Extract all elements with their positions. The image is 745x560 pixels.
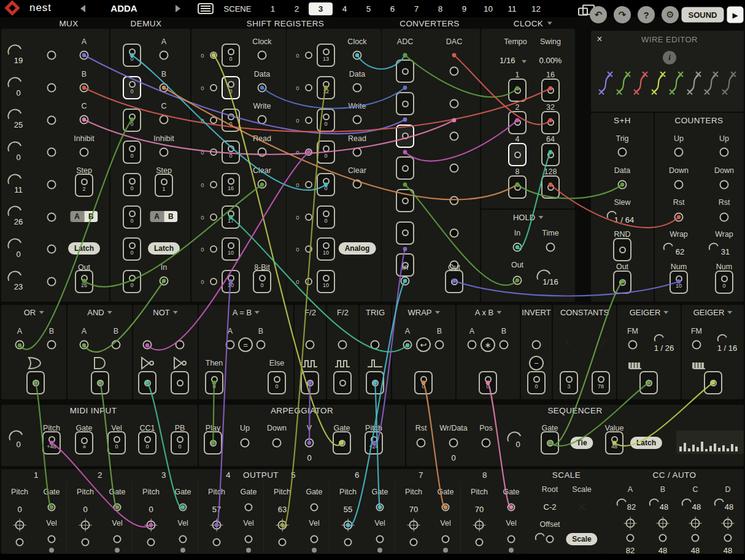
clock-section-title[interactable]: CLOCK (514, 19, 552, 28)
register-out-port[interactable]: 16 (222, 173, 240, 196)
arp-v-port[interactable] (305, 439, 314, 448)
register-out-port[interactable]: 10 (222, 270, 240, 293)
sh-trig-port[interactable] (618, 148, 627, 157)
vel-port[interactable] (508, 535, 515, 543)
arp-down-port[interactable] (272, 439, 282, 448)
register-in-port[interactable] (210, 213, 217, 221)
pitch-cv-port[interactable] (278, 521, 287, 530)
counter1-wrap-slider[interactable] (662, 241, 673, 250)
aeqb-a-port[interactable] (226, 340, 235, 350)
register-in-port[interactable] (210, 117, 217, 124)
counter1-rst-port[interactable] (674, 213, 684, 222)
wire-swatch-icon[interactable] (704, 70, 719, 99)
arp-play-port[interactable] (204, 431, 222, 455)
trig-in-port[interactable] (371, 340, 380, 350)
dac-bit-port[interactable] (450, 196, 459, 205)
counter2-rst-port[interactable] (720, 213, 729, 222)
wire-swatch-icon[interactable] (669, 70, 684, 99)
pitch-out-port[interactable] (16, 539, 24, 547)
cc-out-port[interactable] (692, 534, 700, 542)
preset-next-button[interactable] (176, 5, 180, 12)
axb-out-port[interactable]: 0 (479, 371, 497, 394)
division-port[interactable] (508, 175, 527, 199)
offset-slider[interactable] (533, 531, 545, 540)
not2-in-port[interactable] (176, 340, 185, 350)
shift1-data-port[interactable] (258, 83, 267, 93)
cc-slider[interactable] (712, 497, 724, 506)
adc-bit-port[interactable] (396, 221, 414, 245)
wrap-b-port[interactable] (435, 340, 444, 350)
scene-copy-icon[interactable] (578, 8, 588, 16)
vel-port[interactable] (376, 535, 384, 543)
pitch-out-port[interactable] (279, 539, 287, 547)
scene-tab[interactable]: 3 (309, 2, 333, 15)
arp-gate-port[interactable] (333, 431, 351, 455)
mux-input-slider[interactable] (6, 236, 22, 249)
demux-b-port[interactable] (160, 83, 169, 93)
vel-port[interactable] (442, 535, 450, 543)
wrap-out-port[interactable]: 0 (414, 371, 433, 394)
register-in-port[interactable] (305, 213, 312, 221)
cc-slider[interactable] (647, 497, 659, 506)
shift1-read-port[interactable] (258, 148, 267, 157)
register-out-port[interactable]: 0 (317, 205, 335, 229)
scale-button[interactable]: Scale (566, 533, 597, 545)
register-out-port[interactable]: 0 (222, 44, 240, 67)
constant1-out-port[interactable]: 3 (560, 371, 578, 394)
demux-step-port[interactable]: 1 (155, 174, 173, 197)
register-in-port[interactable] (210, 52, 217, 59)
register-out-port[interactable]: 0 (317, 140, 335, 164)
division-port[interactable] (508, 143, 527, 166)
register-out-port[interactable]: 10 (317, 237, 335, 261)
cc-in-port[interactable] (724, 519, 733, 528)
mux-input-slider[interactable] (6, 107, 22, 120)
register-out-port[interactable]: 0 (317, 109, 335, 132)
midi-pb-port[interactable]: 0 (171, 431, 189, 455)
mux-input-port[interactable] (47, 115, 56, 125)
gate-port[interactable] (245, 504, 253, 512)
mux-inhibit-port[interactable] (80, 148, 89, 157)
info-icon[interactable]: i (663, 51, 676, 64)
mux-latch-button[interactable]: Latch (68, 242, 100, 255)
mux-input-port[interactable] (47, 83, 56, 93)
adc-bit-port[interactable] (396, 189, 414, 212)
dac-bit-port[interactable] (450, 228, 459, 237)
geiger-fm-port[interactable] (692, 340, 701, 350)
mux-input-port[interactable] (47, 277, 56, 286)
settings-gear-button[interactable]: ⚙ (662, 6, 679, 23)
hold-header[interactable]: HOLD (513, 213, 543, 222)
pitch-cv-port[interactable] (212, 521, 222, 530)
offset-port[interactable] (546, 535, 554, 543)
pitch-cv-port[interactable] (147, 521, 156, 530)
pitch-cv-port[interactable] (15, 521, 25, 530)
mux-input-slider[interactable] (6, 139, 22, 152)
cc-out-port[interactable] (659, 534, 667, 542)
mux-input-port[interactable] (47, 51, 56, 60)
scene-tab[interactable]: 9 (452, 2, 476, 15)
invert-in-port[interactable] (532, 340, 541, 350)
sound-button[interactable]: SOUND (682, 7, 724, 23)
demux-output-port[interactable]: 0 (123, 173, 141, 196)
f2-in-port[interactable] (306, 340, 315, 350)
scene-tab[interactable]: 12 (524, 2, 548, 15)
demux-output-port[interactable]: 0 (123, 140, 141, 164)
mux-step-port[interactable]: 2 (75, 174, 93, 197)
pitch-cv-port[interactable] (81, 521, 90, 530)
vel-port[interactable] (311, 535, 318, 543)
register-out-port[interactable]: 10 (222, 237, 240, 261)
register-in-port[interactable] (210, 148, 217, 156)
register-in-port[interactable] (305, 117, 312, 124)
division-port[interactable] (541, 111, 560, 134)
counter1-down-port[interactable] (674, 180, 684, 190)
vel-port[interactable] (245, 535, 253, 543)
cc-out-port[interactable] (724, 534, 732, 542)
scene-tab[interactable]: 6 (380, 2, 404, 15)
adc-in-port[interactable] (401, 277, 410, 286)
cc-in-port[interactable] (658, 519, 668, 528)
register-in-port[interactable] (210, 84, 217, 91)
scene-tab[interactable]: 1 (261, 2, 285, 15)
scene-tab[interactable]: 2 (285, 2, 309, 15)
register-out-port[interactable]: 0 (222, 76, 240, 99)
midi-slider[interactable] (7, 428, 23, 441)
not1-in-port[interactable] (143, 340, 152, 350)
